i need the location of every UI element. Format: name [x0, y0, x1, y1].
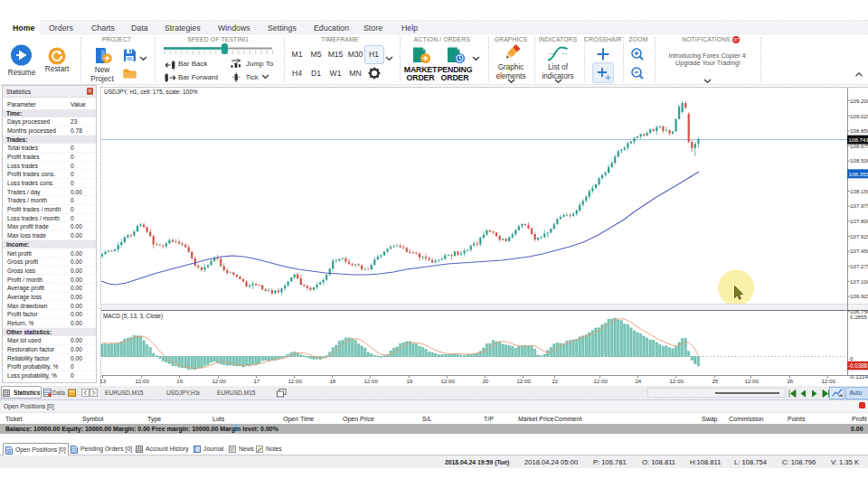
- svg-text:107.625: 107.625: [850, 233, 868, 239]
- svg-text:12:00: 12:00: [363, 378, 378, 384]
- svg-text:108.500: 108.500: [850, 157, 868, 164]
- svg-text:USDJPY, H1, cell: 175, scale:: USDJPY, H1, cell: 175, scale: 100%: [104, 89, 198, 95]
- svg-text:26: 26: [787, 378, 793, 384]
- svg-text:12:00: 12:00: [593, 378, 608, 384]
- svg-text:20: 20: [482, 378, 488, 384]
- svg-text:MACD (5, 13, 3, Close): MACD (5, 13, 3, Close): [103, 313, 163, 320]
- svg-text:25: 25: [712, 378, 718, 384]
- svg-text:-0.0388: -0.0388: [848, 362, 868, 369]
- svg-text:12:00: 12:00: [440, 378, 455, 384]
- svg-text:107.975: 107.975: [850, 202, 868, 209]
- svg-text:108.355: 108.355: [849, 171, 868, 177]
- svg-text:106.925: 106.925: [850, 293, 868, 299]
- svg-text:109.200: 109.200: [850, 98, 868, 104]
- svg-text:22: 22: [552, 378, 558, 384]
- svg-text:107.800: 107.800: [850, 218, 868, 224]
- svg-text:12:00: 12:00: [516, 378, 531, 384]
- svg-text:18: 18: [329, 378, 335, 384]
- svg-text:108.850: 108.850: [850, 127, 868, 134]
- svg-text:16: 16: [176, 378, 183, 384]
- svg-text:-0.1214: -0.1214: [849, 373, 868, 380]
- svg-text:107.450: 107.450: [850, 248, 868, 254]
- svg-text:0.2855: 0.2855: [850, 314, 867, 320]
- svg-text:12:00: 12:00: [669, 378, 684, 384]
- svg-text:12:00: 12:00: [212, 378, 226, 384]
- svg-text:0: 0: [850, 355, 854, 361]
- svg-text:107.100: 107.100: [850, 278, 868, 285]
- svg-text:107.275: 107.275: [850, 263, 868, 269]
- svg-text:12:00: 12:00: [288, 378, 302, 384]
- svg-text:108.741: 108.741: [849, 136, 868, 143]
- svg-text:17: 17: [253, 378, 259, 384]
- svg-text:109.025: 109.025: [850, 113, 868, 119]
- svg-text:12:00: 12:00: [135, 378, 149, 384]
- svg-text:19: 19: [406, 378, 412, 384]
- svg-text:24: 24: [635, 378, 641, 384]
- svg-text:13: 13: [99, 378, 106, 384]
- svg-text:12:00: 12:00: [744, 378, 759, 384]
- svg-text:108.150: 108.150: [850, 188, 868, 194]
- svg-text:12:00: 12:00: [821, 378, 835, 384]
